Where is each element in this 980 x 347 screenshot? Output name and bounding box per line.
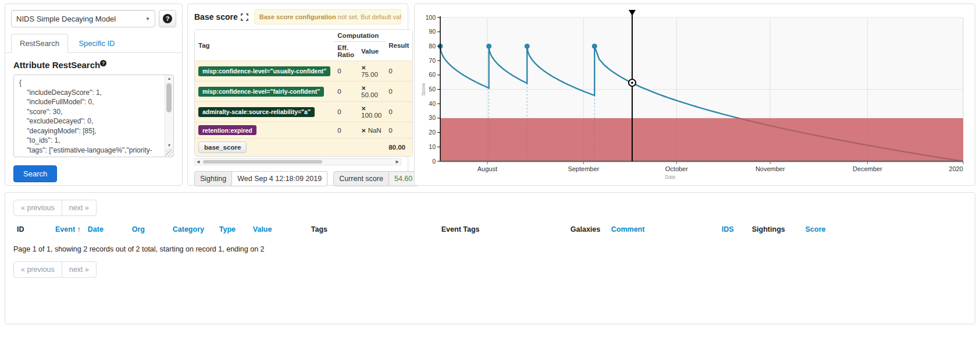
computation-value: ✕ 50.00 bbox=[358, 81, 385, 101]
col-eff-ratio: Eff. Ratio bbox=[334, 42, 358, 61]
y-tick-label: 70 bbox=[429, 57, 436, 64]
previous-page-button[interactable]: « previous bbox=[13, 200, 62, 216]
result-value: 0 bbox=[385, 61, 412, 81]
y-tick-label: 0 bbox=[432, 158, 436, 165]
column-header-id: ID bbox=[13, 222, 52, 237]
current-score-group: Current score 54.60 bbox=[333, 171, 418, 186]
x-tick-label: December bbox=[853, 165, 882, 172]
tab-specific-id[interactable]: Specific ID bbox=[70, 34, 123, 52]
tag-badge[interactable]: misp:confidence-level="usually-confident… bbox=[198, 66, 330, 76]
tag-badge[interactable]: retention:expired bbox=[198, 125, 256, 135]
x-tick-label: 2020 bbox=[949, 165, 963, 172]
textarea-vertical-scrollbar[interactable]: ▲ ▼ bbox=[165, 75, 173, 157]
x-tick-label: October bbox=[665, 165, 688, 172]
sighting-group: Sighting Wed Sep 4 12:18:09 2019 bbox=[194, 171, 327, 186]
x-tick-label: September bbox=[568, 165, 599, 172]
base-score-tag-row: admiralty-scale:source-reliability="a"0✕… bbox=[195, 101, 412, 122]
tab-restsearch[interactable]: RestSearch bbox=[11, 34, 68, 53]
previous-page-button[interactable]: « previous bbox=[13, 261, 62, 278]
x-axis-label: Date bbox=[665, 174, 676, 180]
scrollbar-thumb[interactable] bbox=[203, 160, 322, 164]
pagination-summary: Page 1 of 1, showing 2 records out of 2 … bbox=[13, 245, 967, 253]
sighting-point bbox=[592, 44, 597, 49]
column-header-score[interactable]: Score bbox=[802, 222, 967, 237]
expand-icon[interactable] bbox=[241, 13, 248, 21]
scroll-down-icon[interactable]: ▼ bbox=[165, 143, 173, 147]
threshold-zone bbox=[440, 118, 963, 161]
eff-ratio-value: 0 bbox=[334, 101, 358, 122]
column-header-value[interactable]: Value bbox=[250, 222, 308, 237]
column-header-galaxies: Galaxies bbox=[567, 222, 608, 237]
decaying-model-selected: NIDS Simple Decaying Model bbox=[16, 15, 116, 23]
y-tick-label: 20 bbox=[429, 129, 436, 136]
decaying-model-select[interactable]: NIDS Simple Decaying Model ▼ bbox=[11, 10, 155, 27]
scroll-right-icon[interactable]: ▶ bbox=[396, 159, 399, 165]
current-score-marker-dot bbox=[631, 82, 633, 84]
column-header-event[interactable]: Event ↑ bbox=[52, 222, 84, 237]
multiply-icon: ✕ bbox=[361, 128, 366, 134]
multiply-icon: ✕ bbox=[361, 85, 366, 91]
col-value: Value bbox=[358, 42, 385, 61]
base-score-result: 80.00 bbox=[385, 138, 412, 156]
scroll-up-icon[interactable]: ▲ bbox=[165, 76, 173, 80]
col-computation: Computation bbox=[334, 30, 385, 42]
base-score-warning: Base score configuration not set. But de… bbox=[254, 9, 401, 24]
base-score-chip[interactable]: base_score bbox=[198, 141, 247, 153]
column-header-sightings: Sightings bbox=[749, 222, 802, 237]
column-header-comment[interactable]: Comment bbox=[608, 222, 718, 237]
decay-chart-panel: 0102030405060708090100AugustSeptemberOct… bbox=[414, 3, 975, 186]
result-value: 0 bbox=[385, 81, 412, 101]
help-icon: ? bbox=[163, 14, 172, 23]
eff-ratio-value: 0 bbox=[334, 122, 358, 138]
y-tick-label: 80 bbox=[429, 43, 436, 49]
result-value: 0 bbox=[385, 101, 412, 122]
multiply-icon: ✕ bbox=[361, 65, 366, 71]
column-header-category[interactable]: Category bbox=[169, 222, 216, 237]
eff-ratio-value: 0 bbox=[334, 81, 358, 101]
resize-grip-icon[interactable] bbox=[166, 149, 173, 156]
scrollbar-thumb[interactable] bbox=[166, 83, 172, 112]
column-header-date[interactable]: Date bbox=[84, 222, 129, 237]
column-header-org[interactable]: Org bbox=[129, 222, 169, 237]
column-header-ids[interactable]: IDS bbox=[718, 222, 749, 237]
result-value: 0 bbox=[385, 122, 412, 138]
decay-chart[interactable]: 0102030405060708090100AugustSeptemberOct… bbox=[419, 9, 970, 180]
column-header-type[interactable]: Type bbox=[216, 222, 250, 237]
table-horizontal-scrollbar[interactable]: ◀ ▶ bbox=[194, 158, 401, 165]
restsearch-query-text: { "includeDecayScore": 1, "includeFullMo… bbox=[14, 75, 173, 157]
scroll-left-icon[interactable]: ◀ bbox=[197, 159, 199, 165]
x-tick-label: November bbox=[756, 165, 785, 172]
sighting-value[interactable]: Wed Sep 4 12:18:09 2019 bbox=[232, 171, 327, 186]
search-tabs: RestSearch Specific ID bbox=[5, 33, 182, 53]
y-tick-label: 100 bbox=[425, 14, 436, 21]
pagination-bottom: « previous next » bbox=[13, 261, 97, 278]
y-tick-label: 50 bbox=[429, 86, 436, 93]
column-header-event-tags: Event Tags bbox=[438, 222, 567, 237]
y-tick-label: 60 bbox=[429, 71, 436, 78]
time-cursor-handle bbox=[629, 10, 636, 16]
current-score-label: Current score bbox=[333, 171, 389, 186]
restsearch-heading: Attribute RestSearch? bbox=[5, 60, 182, 70]
computation-value: ✕ 75.00 bbox=[358, 61, 385, 81]
search-button[interactable]: Search bbox=[13, 165, 57, 182]
base-score-table: Tag Computation Result Eff. Ratio Value … bbox=[194, 29, 413, 157]
y-tick-label: 90 bbox=[429, 28, 436, 35]
attribute-results-table: IDEvent ↑DateOrgCategoryTypeValueTagsEve… bbox=[13, 222, 967, 237]
pagination-top: « previous next » bbox=[13, 200, 97, 216]
x-tick-label: August bbox=[477, 165, 497, 172]
base-score-panel: Base score Base score configuration not … bbox=[187, 3, 408, 186]
model-help-button[interactable]: ? bbox=[159, 10, 176, 27]
tag-badge[interactable]: admiralty-scale:source-reliability="a" bbox=[198, 107, 315, 117]
next-page-button[interactable]: next » bbox=[62, 261, 97, 278]
y-tick-label: 40 bbox=[429, 100, 436, 107]
sighting-point bbox=[486, 44, 491, 49]
restsearch-query-textarea[interactable]: { "includeDecayScore": 1, "includeFullMo… bbox=[13, 75, 174, 157]
next-page-button[interactable]: next » bbox=[62, 200, 97, 216]
computation-value: ✕ 100.00 bbox=[358, 101, 385, 122]
base-score-total-row: base_score80.00 bbox=[195, 138, 412, 156]
sighting-point bbox=[525, 44, 530, 49]
col-result: Result bbox=[385, 30, 412, 61]
base-score-title: Base score bbox=[194, 12, 238, 22]
tag-badge[interactable]: misp:confidence-level="fairly-confident" bbox=[198, 87, 324, 97]
y-tick-label: 30 bbox=[429, 114, 436, 121]
